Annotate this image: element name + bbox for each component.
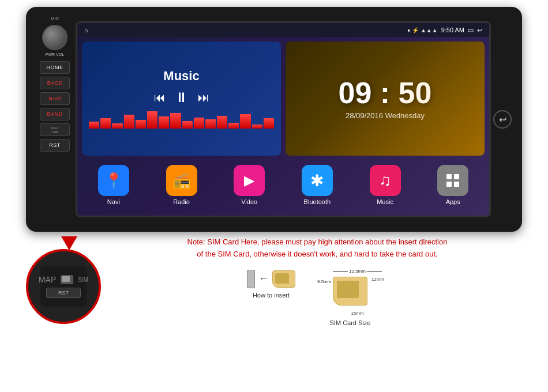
- insert-arrow-icon: ←: [258, 273, 269, 285]
- apps-label: Apps: [446, 198, 460, 205]
- band-button[interactable]: BAND: [40, 108, 70, 120]
- app-navi[interactable]: 📍 Navi: [82, 159, 145, 211]
- video-icon: ▶: [234, 165, 265, 196]
- music-visualizer: [89, 111, 274, 129]
- volume-knob[interactable]: [42, 25, 67, 50]
- sim-size-label: SIM Card Size: [330, 319, 371, 326]
- next-button[interactable]: ⏭: [198, 91, 209, 104]
- rst-button[interactable]: RST: [40, 139, 70, 152]
- svg-rect-1: [454, 174, 459, 179]
- dim-top-label: 12.5mm: [348, 269, 367, 274]
- music-controls: ⏮ ⏸ ⏭: [154, 89, 209, 105]
- navi-icon: 📍: [98, 165, 129, 196]
- bluetooth-label: Bluetooth: [304, 198, 331, 205]
- screen-content: Music ⏮ ⏸ ⏭: [77, 37, 489, 216]
- app-radio[interactable]: 📻 Radio: [150, 159, 213, 211]
- main-screen: ⌂ ♦ ⚡ ▲▲▲ 9:50 AM ▭ ↩ Music ⏮ ⏸ ⏭: [76, 21, 491, 217]
- home-button[interactable]: HOME: [40, 61, 70, 74]
- arrow-down-icon: [61, 236, 77, 250]
- status-home-icon: ⌂: [84, 27, 88, 33]
- prev-button[interactable]: ⏮: [154, 91, 166, 104]
- sim-card-slot-icon: [61, 275, 73, 284]
- dim-top-line: 12.5mm: [333, 271, 382, 272]
- sim-size-diagram: 12.5mm 9.5mm 12mm 15mm SIM Card Size: [313, 270, 388, 326]
- dim-bottom-label: 15mm: [333, 311, 382, 316]
- map-icon: MAP: [51, 126, 59, 130]
- status-back-icon: ↩: [477, 27, 482, 34]
- navi-button[interactable]: NAVi: [40, 92, 70, 105]
- sim-insert-label: How to insert: [253, 292, 290, 299]
- sim-insert-row: ←: [247, 270, 295, 288]
- status-bar: ⌂ ♦ ⚡ ▲▲▲ 9:50 AM ▭ ↩: [77, 23, 489, 37]
- svg-rect-2: [446, 182, 452, 187]
- dim-right-label: 12mm: [371, 277, 384, 282]
- app-video[interactable]: ▶ Video: [217, 159, 281, 211]
- video-label: Video: [241, 198, 257, 205]
- back-nav-button[interactable]: ↩: [493, 110, 512, 129]
- clock-background: [286, 42, 485, 156]
- sim-icon: SIM: [51, 130, 58, 134]
- play-button[interactable]: ⏸: [175, 89, 189, 105]
- sim-diagrams: ← How to insert 12.5mm 9.5mm: [112, 270, 522, 326]
- car-stereo-unit: MIC PWR VOL HOME BACK NAVi BAND MAP SIM …: [26, 7, 522, 232]
- navi-label: Navi: [107, 198, 120, 205]
- mic-label: MIC: [51, 16, 59, 21]
- status-battery: ▭: [468, 27, 474, 34]
- app-apps[interactable]: Apps: [421, 159, 485, 211]
- apps-icon: [437, 165, 468, 196]
- sim-insert-diagram: ← How to insert: [247, 270, 295, 299]
- bottom-section: MAP SIM RST Note: SIM Card Here, please …: [26, 236, 522, 326]
- music-app-label: Music: [377, 198, 393, 205]
- sim-size-drawing: 12.5mm 9.5mm 12mm 15mm: [313, 270, 388, 316]
- sim-size-card: [333, 277, 367, 306]
- clock-widget: 09 : 50 28/09/2016 Wednesday: [286, 42, 485, 156]
- sim-slot-top: MAP SIM: [39, 275, 88, 284]
- music-widget[interactable]: Music ⏮ ⏸ ⏭: [82, 42, 281, 156]
- sim-slot-panel: MAP SIM RST: [40, 266, 87, 307]
- status-time: 9:50 AM: [441, 27, 464, 33]
- note-area: Note: SIM Card Here, please must pay hig…: [112, 236, 522, 326]
- dim-side-label: 9.5mm: [317, 279, 331, 284]
- svg-rect-0: [446, 174, 452, 179]
- status-right: ♦ ⚡ ▲▲▲ 9:50 AM ▭ ↩: [407, 27, 482, 34]
- rst-label: RST: [46, 288, 81, 298]
- widgets-row: Music ⏮ ⏸ ⏭: [82, 42, 485, 156]
- svg-rect-3: [454, 182, 459, 187]
- sim-circle: MAP SIM RST: [26, 249, 101, 324]
- left-panel: MIC PWR VOL HOME BACK NAVi BAND MAP SIM …: [34, 13, 76, 226]
- sim-label: SIM: [78, 277, 88, 283]
- music-title: Music: [163, 69, 199, 84]
- map-label: MAP: [39, 275, 56, 284]
- bluetooth-icon: ✱: [302, 165, 333, 196]
- radio-icon: 📻: [166, 165, 197, 196]
- sim-card-drawing: [272, 270, 295, 288]
- right-panel: ↩: [491, 13, 514, 226]
- app-bluetooth[interactable]: ✱ Bluetooth: [286, 159, 349, 211]
- sim-circle-area: MAP SIM RST: [26, 236, 101, 324]
- pwr-vol-label: PWR VOL: [46, 52, 64, 56]
- apps-row: 📍 Navi 📻 Radio ▶ Video ✱ Bluetooth ♫: [82, 159, 485, 211]
- music-app-icon: ♫: [370, 165, 401, 196]
- map-sim-button[interactable]: MAP SIM: [40, 123, 70, 136]
- status-icons: ♦ ⚡ ▲▲▲: [407, 27, 437, 33]
- app-music[interactable]: ♫ Music: [354, 159, 417, 211]
- sim-slot-drawing: [247, 270, 255, 288]
- radio-label: Radio: [173, 198, 190, 205]
- back-button[interactable]: BACK: [40, 77, 70, 89]
- note-text: Note: SIM Card Here, please must pay hig…: [112, 236, 522, 261]
